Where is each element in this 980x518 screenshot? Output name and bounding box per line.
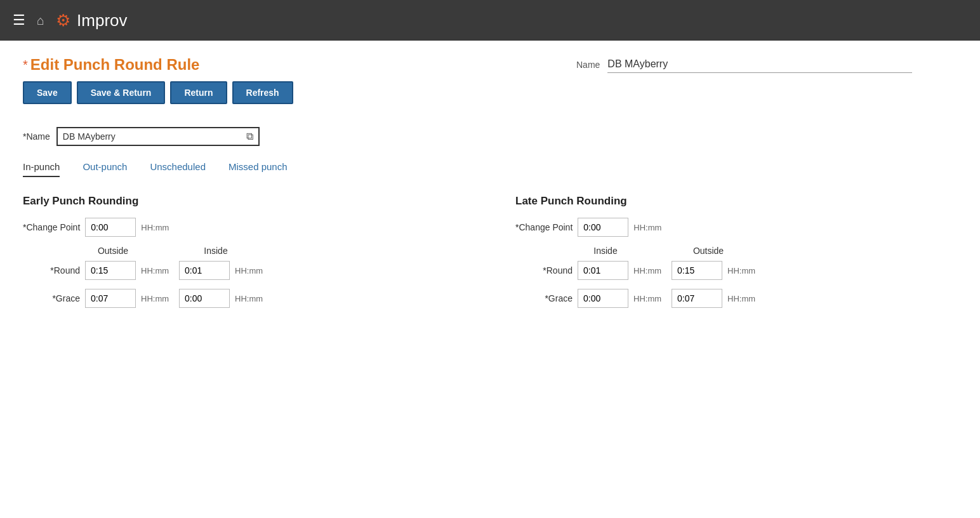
name-field-row: *Name ⧉ bbox=[23, 127, 957, 146]
early-section-title: Early Punch Rounding bbox=[23, 195, 465, 208]
early-col-inside: Inside bbox=[188, 246, 244, 256]
late-grace-inside-unit: HH:mm bbox=[633, 294, 661, 303]
save-button[interactable]: Save bbox=[23, 81, 72, 104]
late-round-row: *Round HH:mm HH:mm bbox=[515, 261, 957, 280]
late-round-inside-input[interactable] bbox=[578, 261, 628, 280]
logo-text: Improv bbox=[77, 11, 127, 30]
name-header-input[interactable] bbox=[607, 56, 912, 73]
name-field-icon: ⧉ bbox=[246, 131, 253, 142]
gear-icon: ⚙ bbox=[56, 11, 70, 30]
page-title: Edit Punch Round Rule bbox=[30, 56, 200, 74]
return-button[interactable]: Return bbox=[170, 81, 227, 104]
late-round-inside-unit: HH:mm bbox=[633, 266, 661, 276]
tab-missed-punch[interactable]: Missed punch bbox=[228, 161, 288, 177]
early-grace-row: *Grace HH:mm HH:mm bbox=[23, 289, 465, 308]
name-field-label: *Name bbox=[23, 131, 50, 142]
early-col-headers: Outside Inside bbox=[85, 246, 465, 256]
early-change-point-input[interactable] bbox=[85, 218, 136, 237]
tab-in-punch[interactable]: In-punch bbox=[23, 161, 60, 177]
name-field-input[interactable] bbox=[63, 131, 244, 142]
name-header-area: Name bbox=[576, 56, 957, 73]
rounding-sections: Early Punch Rounding *Change Point HH:mm… bbox=[23, 195, 957, 317]
refresh-button[interactable]: Refresh bbox=[232, 81, 293, 104]
required-star: * bbox=[23, 58, 28, 72]
early-round-label: *Round bbox=[23, 265, 80, 276]
early-change-point-row: *Change Point HH:mm bbox=[23, 218, 465, 237]
navbar: ☰ ⌂ ⚙ Improv bbox=[0, 0, 980, 41]
early-change-point-label: *Change Point bbox=[23, 222, 80, 232]
late-col-inside: Inside bbox=[578, 246, 633, 256]
early-round-outside-input[interactable] bbox=[85, 261, 136, 280]
early-grace-outside-input[interactable] bbox=[85, 289, 136, 308]
late-round-outside-input[interactable] bbox=[672, 261, 722, 280]
late-section-title: Late Punch Rounding bbox=[515, 195, 957, 208]
late-round-outside-unit: HH:mm bbox=[727, 266, 755, 276]
late-change-point-label: *Change Point bbox=[515, 222, 573, 232]
early-round-outside-unit: HH:mm bbox=[141, 266, 169, 276]
menu-icon[interactable]: ☰ bbox=[13, 12, 25, 29]
late-round-label: *Round bbox=[515, 265, 573, 276]
early-grace-inside-unit: HH:mm bbox=[235, 294, 263, 303]
name-field-wrap: ⧉ bbox=[56, 127, 260, 146]
late-grace-row: *Grace HH:mm HH:mm bbox=[515, 289, 957, 308]
tabs: In-punch Out-punch Unscheduled Missed pu… bbox=[23, 161, 957, 177]
title-area: * Edit Punch Round Rule Save Save & Retu… bbox=[23, 56, 293, 117]
header-row: * Edit Punch Round Rule Save Save & Retu… bbox=[23, 56, 957, 117]
late-grace-outside-input[interactable] bbox=[672, 289, 722, 308]
toolbar: Save Save & Return Return Refresh bbox=[23, 81, 293, 104]
save-return-button[interactable]: Save & Return bbox=[77, 81, 166, 104]
main-content: * Edit Punch Round Rule Save Save & Retu… bbox=[0, 41, 980, 518]
early-punch-rounding: Early Punch Rounding *Change Point HH:mm… bbox=[23, 195, 465, 317]
home-icon[interactable]: ⌂ bbox=[37, 13, 44, 28]
late-punch-rounding: Late Punch Rounding *Change Point HH:mm … bbox=[515, 195, 957, 317]
early-col-outside: Outside bbox=[85, 246, 141, 256]
tab-unscheduled[interactable]: Unscheduled bbox=[150, 161, 206, 177]
late-grace-label: *Grace bbox=[515, 293, 573, 303]
late-change-point-unit: HH:mm bbox=[633, 223, 661, 232]
early-round-row: *Round HH:mm HH:mm bbox=[23, 261, 465, 280]
late-change-point-input[interactable] bbox=[578, 218, 628, 237]
late-change-point-row: *Change Point HH:mm bbox=[515, 218, 957, 237]
tab-out-punch[interactable]: Out-punch bbox=[83, 161, 127, 177]
early-grace-label: *Grace bbox=[23, 293, 80, 303]
early-round-inside-input[interactable] bbox=[179, 261, 230, 280]
late-col-outside: Outside bbox=[680, 246, 736, 256]
early-grace-inside-input[interactable] bbox=[179, 289, 230, 308]
name-header-label: Name bbox=[576, 60, 600, 70]
early-grace-outside-unit: HH:mm bbox=[141, 294, 169, 303]
logo: ⚙ Improv bbox=[56, 11, 127, 30]
late-grace-outside-unit: HH:mm bbox=[727, 294, 755, 303]
early-change-point-unit: HH:mm bbox=[141, 223, 169, 232]
early-round-inside-unit: HH:mm bbox=[235, 266, 263, 276]
late-grace-inside-input[interactable] bbox=[578, 289, 628, 308]
late-col-headers: Inside Outside bbox=[578, 246, 957, 256]
